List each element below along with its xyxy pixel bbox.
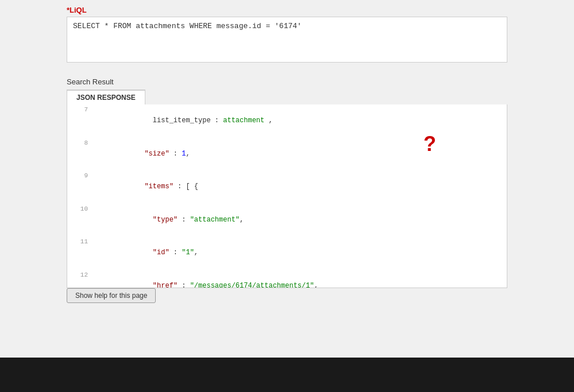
- search-result-section: Search Result JSON RESPONSE 7 list_item_…: [0, 68, 574, 288]
- liql-query-box[interactable]: SELECT * FROM attachments WHERE message.…: [67, 17, 507, 63]
- question-mark-icon: ?: [423, 132, 436, 156]
- json-panel[interactable]: 7 list_item_type : attachment , 8 "size"…: [67, 104, 507, 288]
- tabs-bar: JSON RESPONSE: [67, 90, 574, 104]
- json-line-8: 8 "size" : 1,: [67, 138, 507, 171]
- json-line-9: 9 "items" : [ {: [67, 170, 507, 204]
- json-line-7: 7 list_item_type : attachment ,: [67, 104, 507, 138]
- liql-section: *LiQL SELECT * FROM attachments WHERE me…: [0, 0, 574, 68]
- tab-json-response[interactable]: JSON RESPONSE: [67, 90, 145, 104]
- liql-label: *LiQL: [67, 6, 574, 14]
- json-line-11: 11 "id" : "1",: [67, 236, 507, 270]
- search-result-label: Search Result: [67, 77, 574, 86]
- show-help-button[interactable]: Show help for this page: [67, 288, 156, 303]
- json-line-10: 10 "type" : "attachment",: [67, 204, 507, 237]
- json-line-12: 12 "href" : "/messages/6174/attachments/…: [67, 270, 507, 288]
- main-content: *LiQL SELECT * FROM attachments WHERE me…: [0, 0, 574, 392]
- bottom-bar: [0, 358, 574, 392]
